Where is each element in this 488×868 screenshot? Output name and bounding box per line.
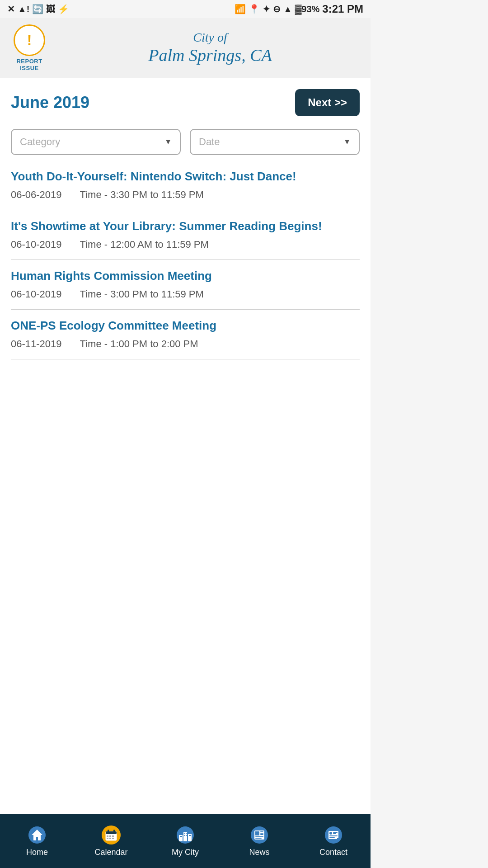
svg-rect-18 — [181, 836, 182, 837]
event-details-0: 06-06-2019 Time - 3:30 PM to 11:59 PM — [11, 189, 360, 201]
report-issue-button[interactable]: ! REPORT ISSUE — [9, 24, 50, 71]
event-item-1: It's Showtime at Your Library: Summer Re… — [11, 210, 360, 260]
app-header: ! REPORT ISSUE City of Palm Springs, CA — [0, 18, 371, 78]
location-icon: 📍 — [249, 4, 260, 14]
sound-icon: 📶 — [235, 4, 246, 14]
svg-rect-31 — [255, 836, 263, 837]
nav-label-news: News — [249, 848, 269, 857]
svg-rect-22 — [186, 835, 187, 836]
date-dropdown-arrow: ▼ — [343, 138, 351, 146]
event-title-2[interactable]: Human Rights Commission Meeting — [11, 269, 360, 283]
event-details-2: 06-10-2019 Time - 3:00 PM to 11:59 PM — [11, 288, 360, 300]
month-header: June 2019 Next >> — [11, 89, 360, 116]
nav-item-home[interactable]: Home — [0, 814, 74, 868]
svg-rect-19 — [184, 833, 185, 834]
wifi-icon: ▲ — [283, 4, 292, 14]
svg-rect-35 — [329, 832, 332, 835]
category-filter[interactable]: Category ▼ — [11, 129, 181, 155]
date-filter[interactable]: Date ▼ — [190, 129, 360, 155]
svg-rect-23 — [189, 835, 190, 836]
svg-rect-12 — [112, 838, 114, 839]
nav-label-calendar: Calendar — [94, 848, 127, 857]
dnd-icon: ⊖ — [273, 4, 281, 14]
event-details-3: 06-11-2019 Time - 1:00 PM to 2:00 PM — [11, 338, 360, 350]
report-issue-label: REPORT ISSUE — [9, 58, 50, 71]
sync-icon: 🔄 — [32, 4, 43, 14]
filters-row: Category ▼ Date ▼ — [11, 129, 360, 155]
event-date-2: 06-10-2019 — [11, 288, 62, 300]
svg-rect-36 — [333, 832, 338, 833]
event-date-3: 06-11-2019 — [11, 338, 62, 350]
svg-rect-28 — [260, 831, 263, 832]
next-button[interactable]: Next >> — [295, 89, 360, 116]
nav-item-news[interactable]: News — [222, 814, 296, 868]
event-time-3: Time - 1:00 PM to 2:00 PM — [80, 338, 198, 350]
event-item-0: Youth Do-It-Yourself: Nintendo Switch: J… — [11, 170, 360, 210]
svg-rect-32 — [255, 838, 262, 839]
battery-icon: ▓93% — [295, 4, 320, 14]
event-time-2: Time - 3:00 PM to 11:59 PM — [80, 288, 204, 300]
calendar-icon — [101, 825, 121, 845]
date-placeholder: Date — [199, 136, 220, 148]
svg-rect-7 — [107, 835, 108, 837]
news-icon — [249, 825, 269, 845]
main-content: June 2019 Next >> Category ▼ Date ▼ Yout… — [0, 78, 371, 814]
city-name: City of Palm Springs, CA — [59, 30, 361, 66]
signal-bars: ▲! — [18, 4, 29, 14]
svg-rect-11 — [109, 838, 111, 839]
svg-rect-29 — [260, 833, 263, 834]
event-title-0[interactable]: Youth Do-It-Yourself: Nintendo Switch: J… — [11, 170, 360, 184]
image-icon: 🖼 — [46, 4, 55, 14]
event-details-1: 06-10-2019 Time - 12:00 AM to 11:59 PM — [11, 239, 360, 250]
signal-icon: ✕ — [7, 4, 15, 14]
event-item-3: ONE-PS Ecology Committee Meeting 06-11-2… — [11, 310, 360, 359]
category-placeholder: Category — [20, 136, 60, 148]
nav-label-mycity: My City — [172, 848, 199, 857]
svg-rect-10 — [107, 838, 108, 839]
city-title: City of Palm Springs, CA — [59, 30, 361, 66]
status-bar: ✕ ▲! 🔄 🖼 ⚡ 📶 📍 ✦ ⊖ ▲ ▓93% 3:21 PM — [0, 0, 371, 18]
svg-rect-17 — [180, 836, 181, 837]
svg-rect-6 — [113, 830, 115, 833]
nav-label-home: Home — [26, 848, 48, 857]
svg-rect-27 — [255, 831, 259, 835]
event-title-1[interactable]: It's Showtime at Your Library: Summer Re… — [11, 219, 360, 233]
report-issue-icon: ! — [14, 24, 45, 56]
svg-rect-4 — [106, 831, 117, 834]
event-time-0: Time - 3:30 PM to 11:59 PM — [80, 189, 204, 201]
home-icon — [27, 825, 47, 845]
nav-item-calendar[interactable]: Calendar — [74, 814, 148, 868]
status-time: 3:21 PM — [322, 3, 363, 15]
event-title-3[interactable]: ONE-PS Ecology Committee Meeting — [11, 319, 360, 333]
svg-rect-21 — [184, 835, 185, 836]
city-icon — [175, 825, 195, 845]
event-item-2: Human Rights Commission Meeting 06-10-20… — [11, 260, 360, 310]
svg-rect-9 — [112, 835, 114, 837]
nav-label-contact: Contact — [319, 848, 347, 857]
svg-rect-40 — [337, 838, 339, 840]
events-list: Youth Do-It-Yourself: Nintendo Switch: J… — [11, 170, 360, 359]
svg-rect-5 — [108, 830, 109, 833]
nav-item-mycity[interactable]: My City — [148, 814, 222, 868]
svg-rect-24 — [190, 835, 191, 836]
nav-item-contact[interactable]: Contact — [296, 814, 371, 868]
status-left: ✕ ▲! 🔄 🖼 ⚡ — [7, 4, 69, 14]
svg-rect-20 — [186, 833, 187, 834]
usb-icon: ⚡ — [58, 4, 69, 14]
bluetooth-icon: ✦ — [263, 4, 270, 14]
month-title: June 2019 — [11, 93, 89, 112]
svg-rect-37 — [333, 833, 336, 834]
svg-rect-38 — [329, 835, 338, 836]
svg-rect-8 — [109, 835, 111, 837]
event-date-0: 06-06-2019 — [11, 189, 62, 201]
contact-icon — [324, 825, 343, 845]
svg-rect-39 — [329, 837, 335, 838]
svg-rect-30 — [260, 834, 263, 835]
event-date-1: 06-10-2019 — [11, 239, 62, 250]
category-dropdown-arrow: ▼ — [164, 138, 172, 146]
event-time-1: Time - 12:00 AM to 11:59 PM — [80, 239, 209, 250]
status-right: 📶 📍 ✦ ⊖ ▲ ▓93% 3:21 PM — [235, 3, 363, 15]
bottom-nav: Home Calendar — [0, 814, 371, 868]
